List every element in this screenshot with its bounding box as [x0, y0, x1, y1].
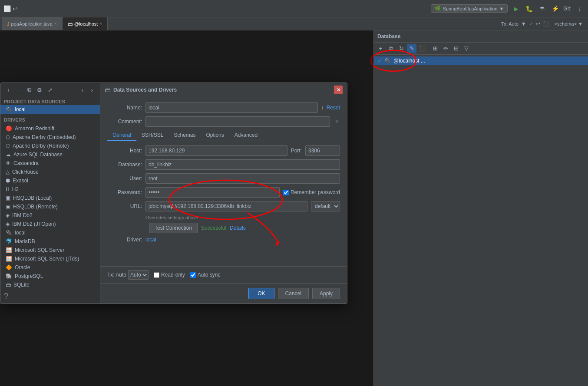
details-link[interactable]: Details [230, 225, 246, 231]
driver-local[interactable]: 🔌 local [0, 228, 100, 237]
schema-selector[interactable]: <schema> ▼ [555, 21, 583, 26]
driver-apache-derby-remote[interactable]: ⬡ Apache Derby (Remote) [0, 142, 100, 150]
db-edit-button[interactable]: ✎ [407, 44, 416, 53]
rollback-icon[interactable]: ↩ [536, 21, 540, 27]
host-row: Host: Port: [107, 145, 340, 156]
driver-exasol[interactable]: ⬢ Exasol [0, 176, 100, 185]
driver-oracle[interactable]: 🔶 Oracle [0, 263, 100, 272]
dialog-title-bar: 🗃 Data Sources and Drivers ✕ [100, 83, 347, 97]
git-update-icon[interactable]: ↓ [575, 4, 585, 13]
database-input[interactable] [145, 159, 340, 170]
db-edit2-button[interactable]: ✏ [441, 44, 450, 53]
user-input[interactable] [145, 173, 340, 184]
clickhouse-icon: △ [6, 169, 10, 175]
tab-advanced[interactable]: Advanced [229, 130, 263, 141]
stop-icon[interactable]: ⬛ [543, 21, 549, 27]
driver-ibm-db2[interactable]: ◈ IBM Db2 [0, 211, 100, 220]
tab-ssh-ssl[interactable]: SSH/SSL [136, 130, 169, 141]
tab-general[interactable]: General [107, 130, 136, 141]
duplicate-datasource-button[interactable]: ⧉ [25, 86, 33, 94]
db-duplicate-button[interactable]: ⧉ [386, 44, 396, 53]
db-add-button[interactable]: + [376, 44, 385, 53]
db-layout-button[interactable]: ⊟ [451, 44, 461, 53]
tab-localhost[interactable]: 🗃 @localhost × [63, 17, 108, 30]
driver-apache-derby-embedded[interactable]: ⬡ Apache Derby (Embedded) [0, 133, 100, 142]
ok-button[interactable]: OK [248, 288, 274, 299]
port-label: Port: [291, 148, 302, 154]
tx-dropdown-icon[interactable]: ▼ [521, 21, 526, 27]
add-datasource-button[interactable]: + [4, 86, 13, 94]
overrides-text: Overrides settings above [145, 215, 340, 220]
driver-mariadb[interactable]: 🐬 MariaDB [0, 237, 100, 246]
tab-options[interactable]: Options [201, 130, 229, 141]
comment-input[interactable] [145, 116, 330, 127]
tab-spacer [108, 17, 497, 30]
tab-schemas[interactable]: Schemas [168, 130, 201, 141]
host-input[interactable] [145, 145, 287, 156]
db-stop-button[interactable]: ⬛ [417, 44, 427, 53]
reset-link[interactable]: Reset [327, 105, 340, 111]
driver-mssql-jtds[interactable]: 🪟 Microsoft SQL Server (jTds) [0, 254, 100, 263]
dialog-close-button[interactable]: ✕ [334, 86, 343, 94]
driver-azure-sql[interactable]: ☁ Azure SQL Database [0, 150, 100, 159]
exasol-icon: ⬢ [6, 178, 10, 184]
driver-h2[interactable]: H H2 [0, 185, 100, 194]
remove-datasource-button[interactable]: − [14, 86, 23, 94]
db-table-button[interactable]: ⊞ [430, 44, 440, 53]
commit-icon[interactable]: ✓ [529, 21, 533, 27]
name-input[interactable] [145, 102, 318, 113]
sidebar-item-local[interactable]: 🔌 local [0, 105, 100, 114]
database-label: Database: [107, 162, 142, 168]
driver-row: Driver: local [107, 237, 340, 243]
driver-label: ClickHouse [12, 169, 39, 175]
hsqldb-local-icon: ▣ [6, 195, 10, 201]
tab-close-java[interactable]: × [54, 21, 57, 26]
tab-java-file[interactable]: J ppaApplication.java × [2, 17, 63, 30]
driver-amazon-redshift[interactable]: 🔴 Amazon Redshift [0, 124, 100, 133]
driver-postgresql[interactable]: 🐘 PostgreSQL [0, 272, 100, 280]
auto-sync-text: Auto sync [198, 272, 221, 278]
clear-comment-button[interactable]: × [334, 119, 340, 125]
driver-sqlite[interactable]: 🗃 SQLite [0, 280, 100, 289]
driver-label: SQLite [13, 282, 30, 288]
port-input[interactable] [305, 145, 340, 156]
password-input[interactable] [145, 187, 280, 198]
driver-ibm-db2-jtopen[interactable]: ◈ IBM Db2 (JTOpen) [0, 220, 100, 228]
driver-hsqldb-remote[interactable]: ▣ HSQLDB (Remote) [0, 202, 100, 211]
derby-embedded-icon: ⬡ [6, 134, 10, 140]
read-only-checkbox[interactable] [154, 272, 159, 278]
oracle-icon: 🔶 [6, 264, 12, 271]
driver-hsqldb-local[interactable]: ▣ HSQLDB (Local) [0, 194, 100, 202]
cancel-button[interactable]: Cancel [278, 288, 309, 299]
nav-forward-button[interactable]: › [88, 86, 96, 94]
form-tabs: General SSH/SSL Schemas Options [107, 130, 340, 141]
driver-label: local [15, 230, 26, 236]
url-input[interactable] [145, 201, 307, 211]
driver-cassandra[interactable]: 👁 Cassandra [0, 159, 100, 168]
settings-button[interactable]: ⚙ [35, 86, 44, 94]
coverage-button[interactable]: ☂ [537, 4, 547, 13]
run-button[interactable]: ▶ [511, 4, 521, 13]
tx-dropdown-select[interactable]: Auto [128, 270, 149, 280]
db-panel-toolbar: + ⧉ ↻ ✎ ⬛ ⊞ ✏ ⊟ ▽ [374, 43, 588, 55]
debug-button[interactable]: 🐛 [524, 4, 534, 13]
db-refresh-button[interactable]: ↻ [396, 44, 406, 53]
drivers-list: 🔴 Amazon Redshift ⬡ Apache Derby (Embedd… [0, 124, 100, 289]
driver-mssql[interactable]: 🪟 Microsoft SQL Server [0, 246, 100, 254]
tab-close-localhost[interactable]: × [99, 21, 102, 26]
profile-button[interactable]: ⚡ [550, 4, 560, 13]
nav-back-button[interactable]: ‹ [78, 86, 87, 94]
back-nav-icon[interactable]: ↩ [13, 5, 18, 12]
remember-password-checkbox[interactable] [283, 190, 289, 195]
test-connection-button[interactable]: Test Connection [149, 223, 198, 233]
db-filter-button[interactable]: ▽ [462, 44, 471, 53]
help-button[interactable]: ? [0, 289, 100, 304]
detach-button[interactable]: ⤢ [46, 86, 54, 94]
url-type-select[interactable]: default [311, 201, 340, 211]
db-tree-item-localhost[interactable]: ✓ 🔌 @localhost ... [374, 56, 588, 65]
driver-clickhouse[interactable]: △ ClickHouse [0, 168, 100, 176]
auto-sync-checkbox[interactable] [190, 272, 196, 278]
run-config[interactable]: 🌿 SpringBootJpaApplication ▼ [431, 4, 508, 13]
driver-value-link[interactable]: local [145, 237, 156, 243]
apply-button[interactable]: Apply [312, 288, 340, 299]
